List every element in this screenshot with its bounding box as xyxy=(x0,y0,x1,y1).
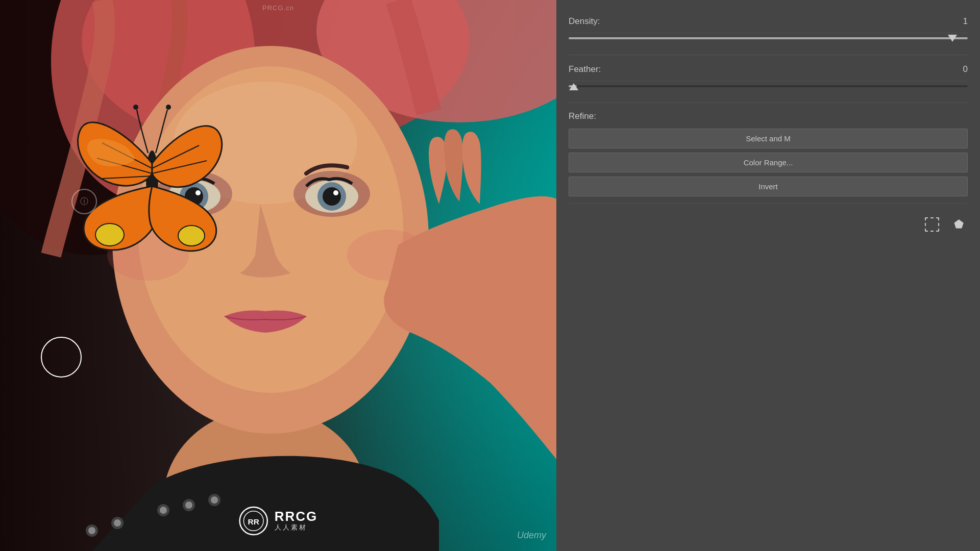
svg-point-38 xyxy=(166,105,171,110)
right-panel: Density: 1 Feather: 0 Refin xyxy=(556,0,980,551)
svg-point-29 xyxy=(88,527,95,534)
separator-3 xyxy=(569,204,968,204)
separator-1 xyxy=(569,55,968,55)
selection-icon xyxy=(925,217,939,232)
feather-slider-track[interactable] xyxy=(569,85,968,87)
bottom-icons-row: ⬟ xyxy=(569,207,968,238)
svg-point-31 xyxy=(114,519,121,527)
fill-icon-btn[interactable]: ⬟ xyxy=(949,215,968,234)
canvas-area: PRCG.cn ⓘ RR RRCG 人人素材 Udemy xyxy=(0,0,556,551)
density-label: Density: xyxy=(569,16,630,27)
rrcg-icon: RR xyxy=(239,506,268,536)
rrcg-logo: RR RRCG 人人素材 xyxy=(239,506,318,536)
fill-icon: ⬟ xyxy=(954,218,964,231)
feather-value: 0 xyxy=(947,64,968,74)
svg-point-18 xyxy=(323,187,341,206)
udemy-watermark: Udemy xyxy=(517,530,546,541)
watermark: PRCG.cn xyxy=(262,4,294,12)
color-range-button[interactable]: Color Range... xyxy=(569,153,968,172)
selection-icon-btn[interactable] xyxy=(923,215,941,234)
feather-label: Feather: xyxy=(569,64,630,74)
panel-content: Density: 1 Feather: 0 Refin xyxy=(556,0,980,248)
feather-slider-container[interactable] xyxy=(569,81,968,99)
info-circle: ⓘ xyxy=(71,189,97,214)
feather-row: Feather: 0 xyxy=(569,58,968,81)
svg-point-15 xyxy=(195,190,201,195)
refine-label-row: Refine: xyxy=(569,111,968,121)
feather-slider-thumb[interactable] xyxy=(569,83,578,90)
svg-point-27 xyxy=(211,496,218,504)
density-slider-fill xyxy=(569,37,968,39)
svg-text:RR: RR xyxy=(248,517,259,526)
invert-button[interactable]: Invert xyxy=(569,177,968,196)
refine-label: Refine: xyxy=(569,111,596,121)
refine-section: Refine: Select and M Color Range... Inve… xyxy=(569,111,968,201)
density-row: Density: 1 xyxy=(569,10,968,33)
density-slider-container[interactable] xyxy=(569,33,968,52)
svg-point-37 xyxy=(133,105,138,110)
density-slider-track[interactable] xyxy=(569,37,968,39)
svg-point-19 xyxy=(333,190,338,195)
selection-cursor xyxy=(41,337,82,378)
separator-2 xyxy=(569,103,968,103)
photo-canvas xyxy=(0,0,556,551)
select-and-mask-button[interactable]: Select and M xyxy=(569,129,968,148)
density-value: 1 xyxy=(947,16,968,27)
density-slider-thumb[interactable] xyxy=(948,35,957,42)
rrcg-text: RRCG 人人素材 xyxy=(275,510,318,532)
svg-point-25 xyxy=(185,502,192,509)
svg-point-23 xyxy=(160,507,167,514)
